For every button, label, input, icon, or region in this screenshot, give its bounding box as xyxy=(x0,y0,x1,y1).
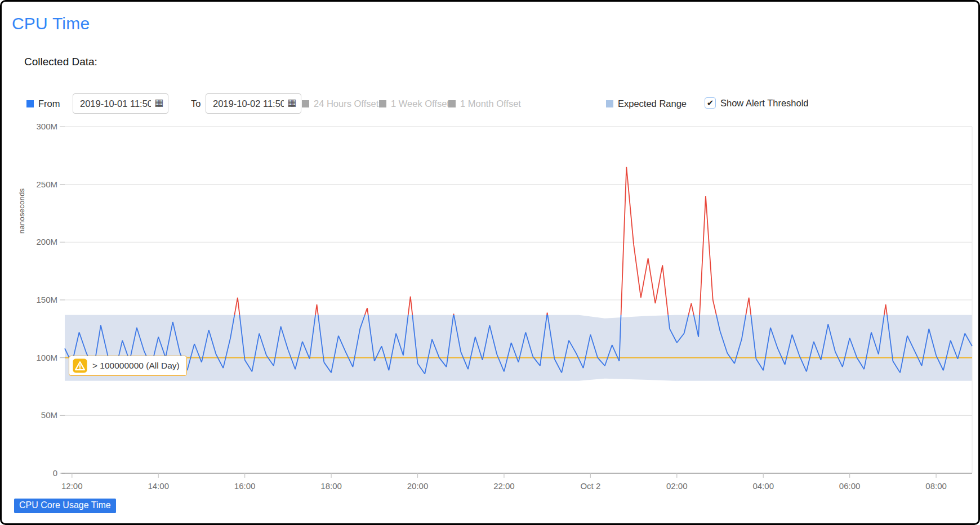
svg-text:100M: 100M xyxy=(36,353,57,362)
svg-text:02:00: 02:00 xyxy=(666,481,688,491)
legend-cpu-core-usage-time[interactable]: CPU Core Usage Time xyxy=(14,499,116,513)
alert-threshold-text: > 100000000 (All Day) xyxy=(92,361,180,371)
svg-text:04:00: 04:00 xyxy=(752,481,774,491)
svg-text:300M: 300M xyxy=(36,122,57,131)
svg-text:06:00: 06:00 xyxy=(839,481,861,491)
svg-text:14:00: 14:00 xyxy=(148,481,169,491)
svg-text:200M: 200M xyxy=(36,237,57,246)
svg-text:50M: 50M xyxy=(41,410,57,420)
svg-text:150M: 150M xyxy=(36,295,57,304)
svg-text:18:00: 18:00 xyxy=(320,481,342,491)
svg-text:250M: 250M xyxy=(36,180,57,189)
svg-text:Oct 2: Oct 2 xyxy=(580,481,600,491)
app-window: CPU Time Collected Data: From ▦ To ▦ 24 … xyxy=(0,0,980,525)
svg-text:08:00: 08:00 xyxy=(925,481,947,491)
svg-text:nanoseconds: nanoseconds xyxy=(17,189,26,234)
svg-text:20:00: 20:00 xyxy=(407,481,429,491)
alert-threshold-badge: > 100000000 (All Day) xyxy=(69,356,187,376)
svg-text:22:00: 22:00 xyxy=(493,481,515,491)
cpu-time-chart: 050M100M150M200M250M300Mnanoseconds12:00… xyxy=(2,2,978,523)
warning-icon xyxy=(73,358,87,373)
svg-text:0: 0 xyxy=(53,468,57,478)
svg-text:16:00: 16:00 xyxy=(234,481,256,491)
svg-text:12:00: 12:00 xyxy=(61,481,83,491)
